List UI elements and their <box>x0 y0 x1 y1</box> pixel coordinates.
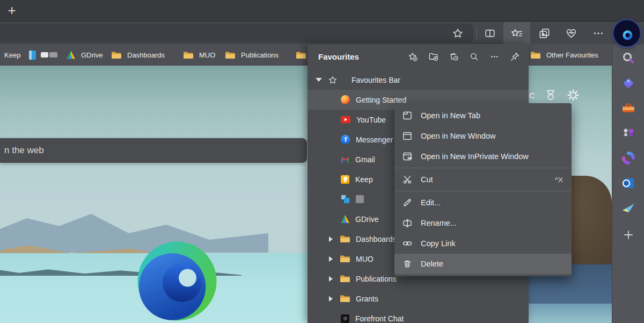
favbar-item-gdrive[interactable]: GDrive <box>67 44 103 66</box>
sidebar-outlook-icon[interactable] <box>621 176 636 191</box>
chevron-right-icon[interactable] <box>329 256 333 262</box>
page-header-widgets: °C <box>526 88 580 102</box>
tree-item-label: Gmail <box>355 155 375 164</box>
chevron-down-icon[interactable] <box>316 78 322 82</box>
favourites-panel-header: Favourites <box>308 44 529 69</box>
folder-icon <box>340 275 350 283</box>
chevron-right-icon[interactable] <box>329 236 333 242</box>
folder-icon <box>340 295 350 303</box>
folder-icon <box>225 51 235 59</box>
page-settings-gear-icon[interactable] <box>566 88 580 102</box>
tree-item-label: Messenger <box>356 135 393 144</box>
menu-item-label: Delete <box>421 260 443 268</box>
edge-browser-window: + <box>0 0 644 323</box>
sidebar-search-icon[interactable] <box>621 51 636 66</box>
favbar-label: MUO <box>199 51 215 59</box>
panel-title: Favourites <box>318 52 359 61</box>
toolbar-divider <box>477 27 477 39</box>
sidebar-games-icon[interactable] <box>621 125 636 140</box>
favbar-item-other-favourites[interactable]: Other Favourites <box>530 44 598 66</box>
menu-item-rename[interactable]: Rename... <box>394 213 572 233</box>
sidebar-tools-icon[interactable] <box>621 101 636 116</box>
folder-icon <box>296 51 306 59</box>
collections-button[interactable] <box>536 25 553 42</box>
forefront-chat-icon <box>341 314 349 323</box>
favbar-item-folder[interactable] <box>296 44 306 66</box>
tree-item-label: Keep <box>355 175 373 184</box>
menu-item-label: Open in New InPrivate Window <box>421 152 529 161</box>
menu-item-label: Open in New Window <box>421 132 495 140</box>
firefox-icon <box>341 95 350 104</box>
pin-panel-icon[interactable] <box>510 52 520 62</box>
new-tab-button[interactable]: + <box>4 3 19 18</box>
redacted-label-box <box>49 52 57 58</box>
address-bar[interactable] <box>0 24 473 42</box>
menu-item-label: Copy Link <box>421 239 455 248</box>
menu-item-open-in-new-window[interactable]: Open in New Window <box>394 126 572 146</box>
favourites-hub-button[interactable] <box>508 25 525 42</box>
tree-item-favourites-bar[interactable]: Favourites Bar <box>308 70 529 90</box>
tree-item-label: GDrive <box>355 215 379 224</box>
menu-item-label: Open in New Tab <box>421 111 480 120</box>
google-keep-icon <box>341 175 349 184</box>
gdrive-icon <box>341 215 349 223</box>
facebook-icon: f <box>341 135 350 144</box>
menu-item-copy-link[interactable]: Copy Link <box>394 233 572 254</box>
chevron-right-icon[interactable] <box>329 276 333 282</box>
toolbar <box>0 22 644 44</box>
bing-chat-button[interactable] <box>613 19 641 47</box>
split-screen-button[interactable] <box>481 25 499 42</box>
remove-duplicates-icon[interactable] <box>449 52 459 62</box>
tab-strip: + <box>0 0 644 21</box>
tree-item-label: YouTube <box>356 116 386 124</box>
favbar-label: Keep <box>4 51 20 59</box>
tree-item-forefront-chat[interactable]: Forefront Chat <box>308 308 529 323</box>
gmail-icon <box>341 155 349 164</box>
split-screen-icon <box>484 27 496 39</box>
add-favourite-icon[interactable] <box>408 52 418 62</box>
wallpaper-water-right-light <box>523 304 612 323</box>
favourites-hub-icon <box>510 27 523 40</box>
panel-more-options-icon[interactable] <box>489 52 500 62</box>
search-favourites-icon[interactable] <box>469 52 479 62</box>
rewards-icon[interactable] <box>544 89 558 102</box>
menu-item-delete[interactable]: Delete <box>394 254 572 274</box>
search-box-text: n the web <box>4 145 44 156</box>
tree-item-label: Grants <box>356 295 378 303</box>
sidebar-drop-icon[interactable] <box>621 201 636 216</box>
favbar-item-dashboards[interactable]: Dashboards <box>111 44 165 66</box>
folder-icon <box>340 255 350 263</box>
tree-item-grants[interactable]: Grants <box>308 289 529 308</box>
menu-item-shortcut: ^X <box>555 176 563 184</box>
menu-item-edit[interactable]: Edit... <box>394 192 572 213</box>
add-favourite-star-button[interactable] <box>449 25 466 42</box>
sidebar-shopping-icon[interactable] <box>621 76 636 91</box>
tree-item-label: MUO <box>356 255 374 263</box>
trash-icon <box>402 259 413 269</box>
folder-icon <box>340 235 350 243</box>
favbar-label: GDrive <box>81 51 103 59</box>
menu-item-open-in-new-inprivate-window[interactable]: Open in New InPrivate Window <box>394 146 572 167</box>
favbar-item-muo[interactable]: MUO <box>183 44 215 66</box>
favbar-item-keep[interactable]: Keep <box>4 44 20 66</box>
rename-icon <box>402 218 413 228</box>
folder-icon <box>183 51 193 59</box>
sidebar-microsoft-365-icon[interactable] <box>621 150 636 166</box>
ellipsis-icon <box>592 27 604 39</box>
menu-item-label: Rename... <box>421 219 457 227</box>
menu-item-open-in-new-tab[interactable]: Open in New Tab <box>394 105 572 126</box>
new-window-icon <box>402 131 413 141</box>
favbar-label: Dashboards <box>127 51 165 59</box>
add-folder-icon[interactable] <box>428 52 438 62</box>
edge-sidebar <box>612 44 644 323</box>
favbar-item-publications[interactable]: Publications <box>225 44 279 66</box>
chevron-right-icon[interactable] <box>329 296 333 302</box>
page-search-box[interactable]: n the web <box>0 138 307 163</box>
menu-item-cut[interactable]: Cut ^X <box>394 169 572 190</box>
browser-essentials-button[interactable] <box>562 25 580 42</box>
tree-item-label: Forefront Chat <box>355 314 404 323</box>
settings-and-more-button[interactable] <box>590 25 607 42</box>
sidebar-add-icon[interactable] <box>621 227 636 242</box>
tree-item-label: Favourites Bar <box>352 76 400 84</box>
favbar-item-redacted[interactable] <box>29 44 57 66</box>
